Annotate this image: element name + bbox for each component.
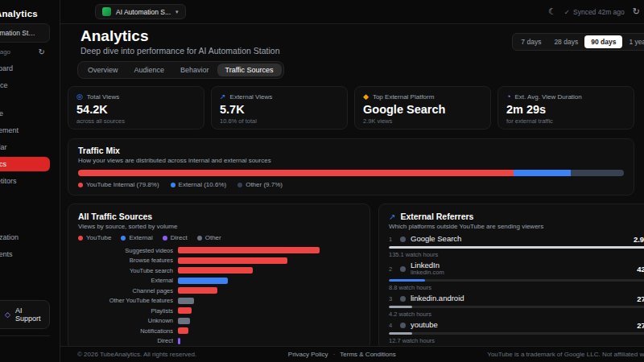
referrer-row-google-search[interactable]: 1 Google Search 2.9K 135.1 watch hours (389, 235, 644, 258)
referrer-progress-fill (389, 246, 644, 249)
stat-cards: ◎Total Views 54.2K across all sources ↗E… (68, 86, 644, 130)
sidebar-item-scripts[interactable]: ✎Scripts (0, 264, 50, 278)
channel-name: AI Automation Station (0, 29, 35, 37)
chart-bar (178, 278, 228, 284)
main-column: AI Automation S... ▾ ☾ ✓ Synced 42m ago … (60, 0, 644, 362)
panel-subtitle: How your views are distributed across in… (78, 157, 624, 164)
stat-label: Ext. Avg. View Duration (514, 93, 581, 101)
sidebar-item-calendar[interactable]: ▤Calendar (0, 140, 50, 154)
lower-panels: All Traffic Sources Views by source, sor… (68, 204, 644, 346)
panel-subtitle: Which platforms outside YouTube are send… (389, 223, 644, 230)
sidebar-bottom: ◇ AI Support Logout (0, 300, 50, 356)
referrer-watch-hours: 4.2 watch hours (389, 311, 644, 318)
privacy-policy-link[interactable]: Privacy Policy (288, 351, 328, 358)
chart-row: YouTube search (78, 265, 360, 276)
referrer-row-youtube[interactable]: 4 youtube 272 12.7 watch hours (389, 321, 644, 344)
chart-row: Notifications (78, 326, 360, 336)
analytics-tabs: Overview Audience Behavior Traffic Sourc… (77, 61, 284, 79)
referrer-name: linkedin.android (411, 294, 464, 302)
legend-item: Direct (163, 234, 188, 241)
sidebar-item-label: Audience (0, 81, 8, 89)
sidebar-item-emails[interactable]: ✉Emails (0, 213, 50, 228)
sidebar-item-competitors[interactable]: ⚑Competitors (0, 174, 50, 188)
sidebar-sync-row: Synced 42m ago ↻ (0, 47, 50, 61)
chart-row: Unknown (78, 316, 360, 327)
chart-row: Playlists (78, 306, 360, 316)
panel-title: All Traffic Sources (78, 212, 360, 221)
external-link-icon: ↗ (389, 212, 395, 221)
stat-card-external-views: ↗External Views 5.7K 10.6% of total (211, 86, 348, 130)
copyright-text: © 2026 TubeAnalytics. All rights reserve… (77, 351, 196, 358)
rank-number: 4 (389, 322, 395, 329)
channel-avatar (102, 7, 111, 16)
panel-title: Traffic Mix (78, 146, 624, 155)
chart-bar (178, 298, 194, 304)
sidebar-channel-selector[interactable]: AI Automation Station (0, 23, 50, 43)
chart-row: External (78, 276, 360, 286)
theme-toggle-icon[interactable]: ☾ (548, 6, 556, 17)
sidebar-item-dashboard[interactable]: ▦Dashboard (0, 61, 50, 76)
ai-support-button[interactable]: ◇ AI Support (0, 300, 50, 329)
date-range-selector: 7 days 28 days 90 days 1 year (512, 33, 644, 51)
stat-label: Total Views (87, 93, 119, 101)
app-logo-text: TubeAnalytics (0, 9, 38, 19)
topbar-right: ☾ ✓ Synced 42m ago ↻ (548, 6, 640, 17)
stat-card-total-views: ◎Total Views 54.2K across all sources (68, 86, 204, 130)
tab-overview[interactable]: Overview (80, 64, 126, 76)
referrer-name: Google Search (411, 235, 461, 243)
channel-switcher-label: AI Automation S... (116, 8, 171, 16)
chart-row: Browse features (78, 256, 360, 266)
rank-number: 2 (389, 265, 395, 273)
tab-behavior[interactable]: Behavior (172, 64, 217, 76)
chart-row: Suggested videos (78, 245, 360, 256)
clock-icon: ◔ (506, 93, 510, 101)
traffic-mix-bar (78, 170, 624, 176)
range-28-days-button[interactable]: 28 days (547, 35, 584, 48)
sidebar-item-finance[interactable]: $Finance (0, 106, 50, 121)
external-referrers-panel: ↗ External Referrers Which platforms out… (378, 204, 644, 346)
platform-icon: ◆ (363, 93, 369, 101)
logout-button[interactable]: Logout (0, 341, 50, 356)
rank-number: 1 (389, 236, 395, 243)
footer-separator: · (333, 351, 336, 358)
channel-switcher[interactable]: AI Automation S... ▾ (95, 4, 186, 19)
terms-link[interactable]: Terms & Conditions (340, 351, 395, 358)
referrer-row-linkedin-android[interactable]: 3 linkedin.android 277 4.2 watch hours (389, 294, 644, 318)
sidebar-item-label: Monetization (0, 233, 19, 241)
app-logo: ▶ TubeAnalytics (0, 6, 50, 23)
stat-sub: for external traffic (506, 117, 625, 125)
mix-segment-other (571, 170, 624, 176)
referrer-favicon (400, 323, 406, 328)
chart-row: Direct (78, 336, 360, 347)
trademark-text: YouTube is a trademark of Google LLC. No… (487, 351, 644, 358)
sidebar-item-comments[interactable]: ❝Comments (0, 247, 50, 261)
range-90-days-button[interactable]: 90 days (584, 35, 622, 48)
rank-number: 3 (389, 295, 395, 302)
all-traffic-sources-panel: All Traffic Sources Views by source, sor… (68, 204, 370, 346)
tab-traffic-sources[interactable]: Traffic Sources (217, 64, 282, 76)
tab-audience[interactable]: Audience (126, 64, 173, 76)
sparkle-icon: ◇ (5, 311, 10, 319)
chart-bar (178, 338, 180, 344)
sidebar-item-monetization[interactable]: ¤Monetization (0, 230, 50, 245)
sidebar-item-engagement[interactable]: ♥Engagement (0, 123, 50, 138)
referrer-views: 277 (637, 294, 644, 303)
referrer-row-linkedin[interactable]: 2 LinkedInlinkedin.com 421 8.8 watch hou… (389, 261, 644, 291)
sidebar-item-audience[interactable]: ◉Audience (0, 78, 50, 93)
app-viewport: ▶ TubeAnalytics AI Automation Station Sy… (0, 0, 644, 362)
refresh-icon[interactable]: ↻ (633, 6, 640, 17)
referrer-name: youtube (411, 321, 438, 329)
sync-status-text: Synced 42m ago (0, 48, 10, 56)
range-7-days-button[interactable]: 7 days (514, 35, 547, 48)
refresh-icon[interactable]: ↻ (39, 47, 45, 56)
chart-bar (178, 247, 320, 253)
referrer-progress-fill (389, 279, 425, 282)
sidebar-item-label: Calendar (0, 143, 7, 151)
legend-item: Other (197, 234, 221, 241)
sidebar-item-label: Competitors (0, 177, 17, 185)
mix-segment-youtube (78, 170, 514, 176)
sidebar-item-analytics[interactable]: ◧Analytics (0, 157, 50, 171)
range-1-year-button[interactable]: 1 year (622, 35, 644, 48)
chart-bar (178, 267, 253, 274)
referrer-progress-track (389, 332, 644, 335)
